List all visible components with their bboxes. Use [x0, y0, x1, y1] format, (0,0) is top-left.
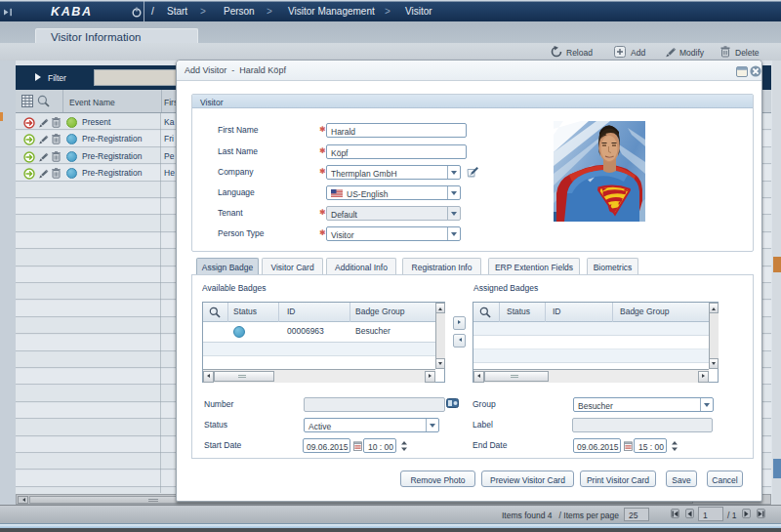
- svg-text:KABA: KABA: [51, 5, 93, 18]
